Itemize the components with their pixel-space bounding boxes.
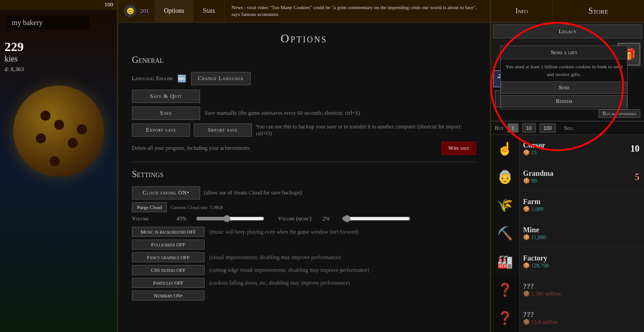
cookie-count-bar: 100 bbox=[0, 0, 117, 10]
cursor-icon: ☝️ bbox=[497, 141, 513, 156]
cloud-saving-btn[interactable]: Cloud saving ON• bbox=[132, 186, 200, 199]
language-row: Language: English 🔤 Change Language bbox=[132, 72, 476, 85]
factory-building-info: Factory 🍪 128,700 bbox=[519, 252, 626, 271]
bakery-name[interactable]: my bakery bbox=[7, 16, 89, 30]
wipe-save-btn[interactable]: Wipe save bbox=[442, 142, 476, 155]
mine-icon: ⛏️ bbox=[497, 226, 513, 241]
cursor-count: 10 bbox=[626, 143, 644, 154]
save-row: Save Save manually (the game autosaves e… bbox=[132, 107, 476, 120]
factory-building-img: 🏭 bbox=[491, 248, 519, 276]
buy-all-upgrades-btn[interactable]: Buy all upgrades bbox=[599, 109, 640, 118]
farm-name: Farm bbox=[523, 198, 622, 206]
gift-popup-body: You need at least 1 billion cookies cook… bbox=[501, 59, 627, 82]
big-cookie[interactable] bbox=[13, 86, 104, 177]
unknown1-building-img: ❓ bbox=[491, 276, 519, 304]
change-language-btn[interactable]: Change Language bbox=[191, 72, 251, 85]
grandma-count: 5 bbox=[626, 172, 644, 182]
purge-cloud-row: Purge Cloud Current Cloud use: 5.9KB bbox=[132, 202, 476, 212]
general-section-title: General bbox=[132, 55, 476, 65]
store-tab[interactable]: Store bbox=[553, 0, 644, 22]
cursor-building-row[interactable]: ☝️ Cursor 🍪 15 10 bbox=[491, 135, 644, 163]
cookies-label: kies bbox=[5, 54, 112, 64]
unknown2-icon: ❓ bbox=[497, 311, 513, 326]
farm-icon: 🌾 bbox=[497, 198, 513, 213]
unknown1-building-row[interactable]: ❓ ??? 🍪 1,386 million bbox=[491, 276, 644, 304]
cookie-count: 100 bbox=[105, 1, 114, 8]
middle-panel: 😊 201 Options Stats News : viral video "… bbox=[118, 0, 491, 332]
volume-group: Volume 45% bbox=[132, 215, 264, 222]
purge-cloud-btn[interactable]: Purge Cloud bbox=[132, 202, 167, 212]
right-panel: Info Store Legacy 🎁 Send a gift You need… bbox=[491, 0, 644, 332]
mine-building-row[interactable]: ⛏️ Mine 🍪 11,880 bbox=[491, 220, 644, 248]
qty-10-btn[interactable]: 10 bbox=[522, 123, 536, 133]
buy-label: Buy bbox=[495, 125, 504, 132]
fullscreen-btn[interactable]: Fullscreen OFF bbox=[132, 240, 205, 250]
grandma-building-row[interactable]: 👵 Grandma 🍪 99 5 bbox=[491, 163, 644, 191]
gift-popup-title: Send a gift bbox=[501, 46, 627, 59]
fullscreen-row: Fullscreen OFF bbox=[132, 240, 476, 250]
farm-building-info: Farm 🍪 1,089 bbox=[519, 196, 626, 215]
export-import-row: Export save Import save You can use this… bbox=[132, 123, 476, 137]
right-top-tabs: Info Store bbox=[491, 0, 644, 23]
qty-1-btn[interactable]: 1 bbox=[508, 123, 518, 133]
per-second: d: 8,363 bbox=[5, 66, 112, 73]
particles-desc: (cookies falling down, etc; disabling ma… bbox=[209, 280, 350, 286]
options-nav-btn[interactable]: Options bbox=[155, 0, 194, 22]
building-list: ☝️ Cursor 🍪 15 10 👵 Grandma bbox=[491, 135, 644, 332]
buy-all-row: Buy all upgrades bbox=[493, 108, 642, 119]
unknown2-building-info: ??? 🍪 15.8 million bbox=[519, 309, 626, 327]
fancy-graphics-btn[interactable]: Fancy graphics OFF bbox=[132, 252, 205, 262]
music-bg-btn[interactable]: Music in background OFF bbox=[132, 227, 205, 237]
farm-building-row[interactable]: 🌾 Farm 🍪 1,089 bbox=[491, 191, 644, 220]
stats-nav-btn[interactable]: Stats bbox=[194, 0, 225, 22]
unknown2-cost: 🍪 15.8 million bbox=[523, 319, 622, 326]
cookie-big-number: 229 bbox=[5, 40, 112, 54]
music-bg-desc: (music will keep playing even when the g… bbox=[209, 229, 359, 235]
player-level: 201 bbox=[140, 7, 149, 15]
numbers-btn[interactable]: Numbers ON• bbox=[132, 291, 205, 301]
volume-music-pct: 2% bbox=[322, 215, 338, 222]
left-panel: 100 my bakery 229 kies d: 8,363 bbox=[0, 0, 118, 332]
cookie-stats: 229 kies d: 8,363 bbox=[0, 36, 117, 77]
mine-building-info: Mine 🍪 11,880 bbox=[519, 224, 626, 243]
grandma-name: Grandma bbox=[523, 169, 622, 178]
unknown2-building-row[interactable]: ❓ ??? 🍪 15.8 million bbox=[491, 304, 644, 332]
cloud-saving-row: Cloud saving ON• (allow use of Steam Clo… bbox=[132, 186, 476, 199]
player-avatar: 😊 bbox=[124, 5, 136, 17]
send-btn[interactable]: Send bbox=[501, 82, 627, 94]
cursor-building-img: ☝️ bbox=[491, 135, 519, 163]
factory-name: Factory bbox=[523, 254, 622, 262]
music-volume-slider[interactable] bbox=[342, 215, 410, 222]
news-bar: News : viral video "Too Many Cookies" co… bbox=[225, 0, 490, 22]
redeem-btn[interactable]: Redeem bbox=[501, 95, 627, 107]
unknown1-building-info: ??? 🍪 1,386 million bbox=[519, 281, 626, 299]
unknown1-icon: ❓ bbox=[497, 282, 513, 297]
factory-building-row[interactable]: 🏭 Factory 🍪 128,700 bbox=[491, 248, 644, 276]
legacy-btn[interactable]: Legacy bbox=[493, 25, 642, 38]
import-save-btn[interactable]: Import save bbox=[194, 123, 252, 137]
delete-row: Delete all your progress, including your… bbox=[132, 142, 476, 155]
factory-cost: 🍪 128,700 bbox=[523, 262, 622, 269]
info-tab[interactable]: Info bbox=[491, 0, 553, 22]
language-icon: 🔤 bbox=[177, 74, 186, 83]
volume-slider[interactable] bbox=[196, 215, 264, 222]
volume-label: Volume bbox=[132, 215, 173, 222]
save-btn[interactable]: Save bbox=[132, 107, 200, 120]
grandma-cost: 🍪 99 bbox=[523, 178, 622, 184]
qty-100-btn[interactable]: 100 bbox=[539, 123, 556, 133]
cursor-cost: 🍪 15 bbox=[523, 149, 622, 156]
save-quit-btn[interactable]: Save & Quit bbox=[132, 90, 200, 103]
fancy-graphics-row: Fancy graphics OFF (visual improvements;… bbox=[132, 252, 476, 262]
buy-sell-row: Buy 1 10 100 Sell bbox=[491, 122, 644, 135]
cursor-name: Cursor bbox=[523, 141, 622, 149]
mine-building-img: ⛏️ bbox=[491, 220, 519, 248]
css-filters-desc: (cutting-edge visual improvements; disab… bbox=[209, 267, 369, 274]
particles-row: Particles OFF (cookies falling down, etc… bbox=[132, 278, 476, 288]
css-filters-btn[interactable]: CSS filters OFF bbox=[132, 265, 205, 275]
particles-btn[interactable]: Particles OFF bbox=[132, 278, 205, 288]
divider-1 bbox=[132, 162, 476, 162]
export-save-btn[interactable]: Export save bbox=[132, 123, 190, 137]
farm-cost: 🍪 1,089 bbox=[523, 206, 622, 213]
unknown1-cost: 🍪 1,386 million bbox=[523, 291, 622, 297]
cursor-building-info: Cursor 🍪 15 bbox=[519, 139, 626, 158]
